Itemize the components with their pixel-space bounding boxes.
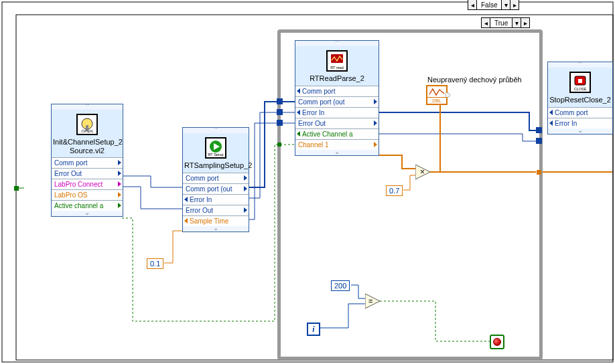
chevron-down-icon[interactable]: ⌄ bbox=[52, 211, 123, 216]
node-init-channel-setup[interactable]: ⌃ OPEN Init&ChannelSetup_2 Source.vi2 Co… bbox=[51, 104, 123, 217]
inner-case-value: True bbox=[490, 18, 512, 27]
terminal-active-channel[interactable]: Active Channel a bbox=[295, 128, 379, 139]
equal-node[interactable]: = bbox=[365, 294, 380, 308]
indicator-input-arrow-icon bbox=[446, 92, 450, 98]
tunnel-comm-port-2 bbox=[277, 109, 283, 115]
constant-sample-time[interactable]: 0.1 bbox=[147, 258, 163, 269]
terminal-error-in[interactable]: Error In bbox=[548, 118, 612, 128]
close-icon: CLOSE bbox=[569, 72, 591, 93]
node-rt-read-parse[interactable]: ⌃ RT read RTReadParse_2 Comm port Comm p… bbox=[295, 40, 379, 156]
chevron-down-icon[interactable]: ⌄ bbox=[183, 226, 249, 232]
svg-text:CLOSE: CLOSE bbox=[574, 87, 587, 91]
waveform-indicator-terminal[interactable]: DBL bbox=[426, 85, 448, 105]
terminal-comm-port[interactable]: Comm port bbox=[183, 173, 249, 183]
node-stop-reset-close[interactable]: ⌃ CLOSE StopResetClose_2 Comm port Error… bbox=[547, 62, 613, 134]
terminal-active-channel[interactable]: Active channel a bbox=[52, 200, 123, 211]
subvi-icon-wrapper: OPEN bbox=[52, 110, 123, 136]
tunnel-error bbox=[277, 120, 283, 126]
terminal-error-out[interactable]: Error Out bbox=[183, 205, 249, 215]
svg-rect-13 bbox=[578, 79, 582, 83]
svg-rect-2 bbox=[14, 186, 19, 191]
node-title: StopResetClose_2 bbox=[548, 94, 612, 107]
svg-text:RT read: RT read bbox=[330, 66, 344, 70]
case-next-icon[interactable]: ▸ bbox=[510, 0, 519, 9]
case-next-icon[interactable]: ▸ bbox=[521, 18, 529, 27]
case-dropdown-icon[interactable]: ▾ bbox=[512, 18, 521, 27]
constant-gain[interactable]: 0.7 bbox=[386, 185, 403, 196]
case-prev-icon[interactable]: ◂ bbox=[482, 18, 490, 27]
terminal-comm-port-out[interactable]: Comm port (out bbox=[183, 183, 249, 194]
terminal-channel1[interactable]: Channel 1 bbox=[295, 139, 379, 150]
block-diagram-canvas: ◂ False ▾ ▸ ◂ True ▾ ▸ ⌃ OPEN Init&Cha bbox=[0, 0, 615, 364]
tunnel-comm-port bbox=[277, 98, 283, 104]
rt-setup-icon: RT Setup bbox=[205, 137, 226, 159]
outer-case-selector[interactable]: ◂ False ▾ ▸ bbox=[468, 0, 519, 10]
waveform-icon bbox=[427, 86, 446, 98]
terminal-comm-port[interactable]: Comm port bbox=[548, 107, 612, 118]
chevron-up-icon[interactable]: ⌃ bbox=[52, 104, 123, 110]
node-title: RTReadParse_2 bbox=[295, 73, 379, 86]
terminal-error-out[interactable]: Error Out bbox=[52, 168, 123, 179]
svg-text:RT Setup: RT Setup bbox=[208, 153, 223, 157]
tunnel-signal-out bbox=[537, 170, 541, 175]
terminal-error-in[interactable]: Error In bbox=[295, 107, 379, 118]
terminal-error-out[interactable]: Error Out bbox=[295, 118, 379, 128]
terminal-labpro-connected[interactable]: LabPro Connect bbox=[52, 179, 123, 189]
chevron-down-icon[interactable]: ⌄ bbox=[295, 150, 379, 155]
node-title: RTSamplingSetup_2 bbox=[183, 160, 249, 173]
outer-case-value: False bbox=[477, 0, 501, 9]
terminal-sample-time[interactable]: Sample Time bbox=[183, 215, 249, 226]
terminal-comm-port[interactable]: Comm port bbox=[52, 157, 123, 168]
rt-read-icon: RT read bbox=[326, 50, 348, 72]
subvi-icon-wrapper: RT Setup bbox=[183, 133, 249, 160]
open-icon: OPEN bbox=[76, 114, 98, 135]
stop-icon bbox=[493, 338, 501, 346]
subvi-icon-wrapper: RT read bbox=[295, 46, 379, 73]
svg-text:=: = bbox=[368, 297, 372, 305]
node-title: Init&ChannelSetup_2 Source.vi2 bbox=[52, 136, 123, 157]
svg-text:OPEN: OPEN bbox=[81, 129, 92, 133]
chevron-up-icon[interactable]: ⌃ bbox=[183, 128, 249, 133]
tunnel-error-out bbox=[536, 138, 542, 144]
chevron-up-icon[interactable]: ⌃ bbox=[295, 41, 379, 46]
tunnel-active-channel bbox=[277, 143, 281, 147]
subvi-icon-wrapper: CLOSE bbox=[548, 68, 612, 94]
node-rt-sampling-setup[interactable]: ⌃ RT Setup RTSamplingSetup_2 Comm port C… bbox=[182, 127, 249, 232]
loop-iteration-terminal[interactable]: i bbox=[307, 323, 320, 336]
chevron-down-icon[interactable]: ⌄ bbox=[548, 128, 612, 134]
indicator-caption: Neupravený dechový průběh bbox=[427, 76, 522, 84]
tunnel-comm-port-out bbox=[536, 127, 542, 133]
chevron-up-icon[interactable]: ⌃ bbox=[548, 62, 612, 68]
indicator-dtype: DBL bbox=[427, 98, 446, 104]
svg-text:×: × bbox=[420, 167, 425, 177]
terminal-error-in[interactable]: Error In bbox=[183, 194, 249, 205]
multiply-node[interactable]: × bbox=[415, 165, 430, 179]
loop-stop-terminal[interactable] bbox=[490, 335, 504, 349]
case-prev-icon[interactable]: ◂ bbox=[468, 0, 477, 9]
constant-stop-count[interactable]: 200 bbox=[331, 280, 350, 291]
terminal-comm-port-in[interactable]: Comm port bbox=[295, 86, 379, 96]
terminal-labpro-os[interactable]: LabPro OS bbox=[52, 189, 123, 200]
inner-case-selector[interactable]: ◂ True ▾ ▸ bbox=[481, 17, 530, 28]
terminal-comm-port-out[interactable]: Comm port (out bbox=[295, 96, 379, 107]
case-dropdown-icon[interactable]: ▾ bbox=[501, 0, 510, 9]
